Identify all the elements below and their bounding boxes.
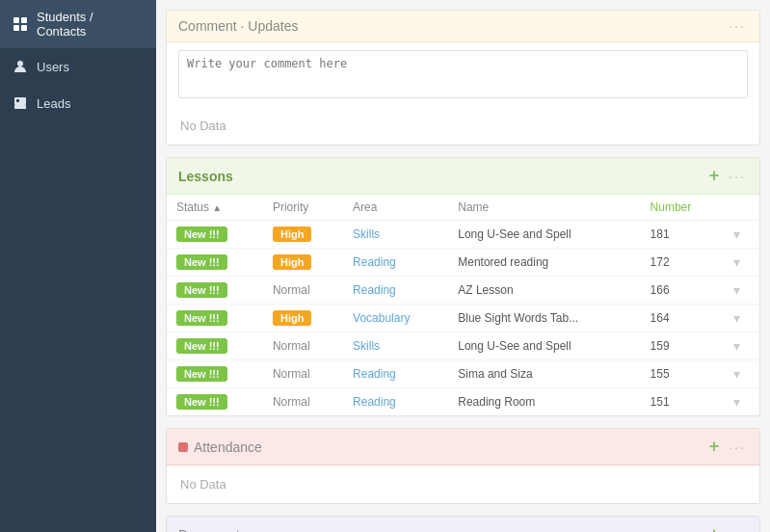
- status-badge: New !!!: [176, 254, 227, 270]
- area-link[interactable]: Reading: [353, 255, 396, 269]
- cell-number: 172: [641, 249, 724, 277]
- cell-name: Blue Sight Words Tab...: [448, 305, 640, 332]
- row-dropdown-icon[interactable]: ▾: [733, 254, 740, 270]
- col-area[interactable]: Area: [343, 195, 448, 221]
- cell-priority: Normal: [263, 277, 343, 305]
- cell-status: New !!!: [167, 305, 263, 332]
- cell-status: New !!!: [167, 332, 263, 360]
- area-link[interactable]: Reading: [353, 367, 396, 381]
- sort-arrow-icon: ▲: [212, 202, 222, 213]
- cell-status: New !!!: [167, 360, 263, 388]
- attendance-title-text: Attendance: [194, 439, 262, 455]
- attendance-panel-header: Attendance + ···: [167, 429, 759, 466]
- cell-area[interactable]: Reading: [343, 249, 448, 277]
- row-dropdown-icon[interactable]: ▾: [733, 282, 740, 298]
- row-dropdown-icon[interactable]: ▾: [733, 366, 740, 382]
- attendance-no-data: No Data: [167, 466, 759, 503]
- table-row: New !!! Normal Reading Reading Room 151 …: [167, 388, 759, 416]
- cell-row-action: ▾: [724, 305, 759, 332]
- cell-number: 181: [641, 221, 724, 249]
- row-dropdown-icon[interactable]: ▾: [733, 310, 740, 326]
- status-badge: New !!!: [176, 394, 227, 410]
- documents-panel: Documents + ··· No Data: [166, 516, 760, 532]
- row-dropdown-icon[interactable]: ▾: [733, 338, 740, 354]
- col-name[interactable]: Name: [448, 195, 640, 221]
- comment-panel-header: Comment · Updates ···: [167, 11, 759, 42]
- sidebar-item-leads[interactable]: Leads: [0, 85, 156, 121]
- cell-status: New !!!: [167, 277, 263, 305]
- status-badge: New !!!: [176, 366, 227, 382]
- cell-row-action: ▾: [724, 277, 759, 305]
- comment-textarea[interactable]: [178, 50, 748, 98]
- col-priority[interactable]: Priority: [263, 195, 343, 221]
- sidebar: Students / Contacts Users Leads: [0, 0, 156, 532]
- cell-priority: High: [263, 305, 343, 332]
- col-number[interactable]: Number: [641, 195, 724, 221]
- cell-area[interactable]: Skills: [343, 332, 448, 360]
- documents-add-button[interactable]: +: [709, 524, 720, 532]
- cell-status: New !!!: [167, 249, 263, 277]
- cell-area[interactable]: Vocabulary: [343, 305, 448, 332]
- cell-area[interactable]: Reading: [343, 388, 448, 416]
- cell-priority: Normal: [263, 388, 343, 416]
- comment-area: [167, 42, 759, 107]
- row-dropdown-icon[interactable]: ▾: [733, 226, 740, 242]
- status-badge: New !!!: [176, 338, 227, 354]
- priority-normal: Normal: [273, 283, 310, 297]
- lessons-panel-title: Lessons: [178, 169, 233, 184]
- col-status[interactable]: Status ▲: [167, 195, 263, 221]
- sidebar-item-users[interactable]: Users: [0, 48, 156, 85]
- lessons-more-button[interactable]: ···: [727, 170, 748, 183]
- cell-area[interactable]: Reading: [343, 277, 448, 305]
- cell-row-action: ▾: [724, 249, 759, 277]
- status-badge: New !!!: [176, 310, 227, 326]
- grid-icon: [12, 15, 29, 33]
- status-badge: New !!!: [176, 226, 227, 242]
- priority-normal: Normal: [273, 367, 310, 381]
- comment-more-button[interactable]: ···: [727, 19, 748, 33]
- area-link[interactable]: Reading: [353, 395, 396, 409]
- sidebar-item-students-contacts[interactable]: Students / Contacts: [0, 0, 156, 48]
- status-badge: New !!!: [176, 282, 227, 298]
- row-dropdown-icon[interactable]: ▾: [733, 394, 740, 410]
- table-row: New !!! Normal Skills Long U-See and Spe…: [167, 332, 759, 360]
- attendance-panel-title: Attendance: [178, 439, 262, 455]
- cell-area[interactable]: Reading: [343, 360, 448, 388]
- cell-name: Mentored reading: [448, 249, 640, 277]
- priority-badge: High: [273, 254, 311, 270]
- area-link[interactable]: Skills: [353, 339, 380, 353]
- cell-name: AZ Lesson: [448, 277, 640, 305]
- tag-icon: [12, 94, 29, 112]
- table-row: New !!! High Reading Mentored reading 17…: [167, 249, 759, 277]
- cell-row-action: ▾: [724, 388, 759, 416]
- comment-no-data: No Data: [167, 107, 759, 145]
- area-link[interactable]: Vocabulary: [353, 311, 410, 325]
- table-row: New !!! High Skills Long U-See and Spell…: [167, 221, 759, 249]
- cell-area[interactable]: Skills: [343, 221, 448, 249]
- table-row: New !!! High Vocabulary Blue Sight Words…: [167, 305, 759, 332]
- priority-normal: Normal: [273, 339, 310, 353]
- cell-status: New !!!: [167, 388, 263, 416]
- documents-more-button[interactable]: ···: [727, 528, 748, 533]
- lessons-table: Status ▲ Priority Area Name Number New !…: [167, 195, 759, 415]
- lessons-add-button[interactable]: +: [709, 166, 720, 186]
- svg-rect-2: [13, 25, 19, 31]
- lessons-panel-header: Lessons + ···: [167, 158, 759, 195]
- priority-badge: High: [273, 226, 311, 242]
- cell-number: 151: [641, 388, 724, 416]
- priority-normal: Normal: [273, 395, 310, 409]
- cell-number: 166: [641, 277, 724, 305]
- area-link[interactable]: Skills: [353, 227, 380, 241]
- sidebar-item-label: Users: [37, 60, 69, 74]
- documents-panel-actions: + ···: [709, 524, 748, 532]
- svg-rect-1: [21, 17, 27, 23]
- documents-panel-title: Documents: [178, 527, 247, 533]
- cell-row-action: ▾: [724, 332, 759, 360]
- cell-priority: High: [263, 221, 343, 249]
- area-link[interactable]: Reading: [353, 283, 396, 297]
- attendance-add-button[interactable]: +: [709, 437, 720, 457]
- attendance-more-button[interactable]: ···: [727, 440, 748, 454]
- svg-rect-6: [16, 99, 19, 102]
- cell-name: Sima and Siza: [448, 360, 640, 388]
- svg-rect-5: [14, 97, 26, 105]
